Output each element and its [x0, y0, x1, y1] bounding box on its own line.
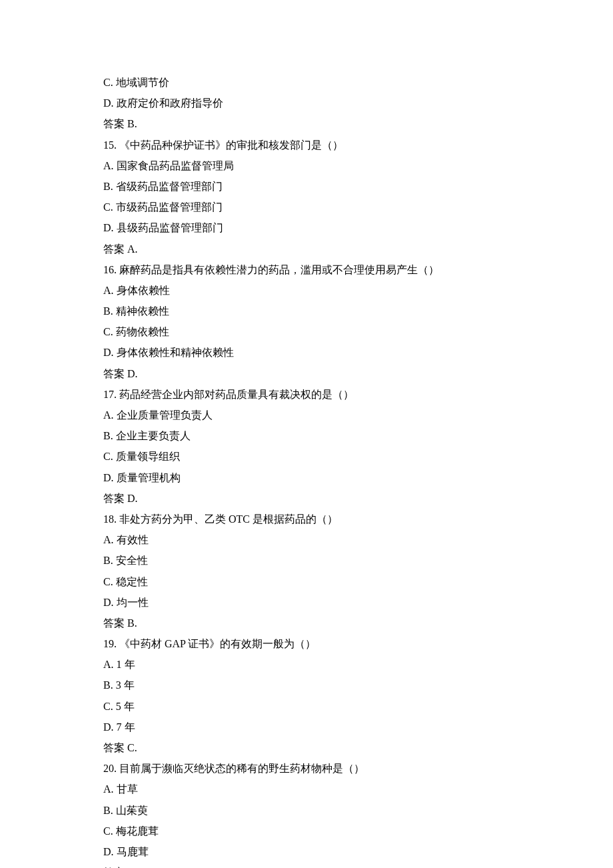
question-19-stem: 19. 《中药材 GAP 证书》的有效期一般为（）	[103, 633, 513, 654]
question-16-option-a: A. 身体依赖性	[103, 280, 513, 301]
question-19-option-a: A. 1 年	[103, 654, 513, 675]
question-15-option-d: D. 县级药品监督管理部门	[103, 217, 513, 238]
question-17-stem: 17. 药品经营企业内部对药品质量具有裁决权的是（）	[103, 384, 513, 405]
answer-16: 答案 D.	[103, 363, 513, 384]
option-c: C. 地域调节价	[103, 72, 513, 93]
question-17-option-d: D. 质量管理机构	[103, 467, 513, 488]
question-19-option-b: B. 3 年	[103, 675, 513, 695]
question-18-option-b: B. 安全性	[103, 550, 513, 571]
question-19-option-d: D. 7 年	[103, 717, 513, 737]
question-15-stem: 15. 《中药品种保护证书》的审批和核发部门是（）	[103, 135, 513, 155]
question-16-option-d: D. 身体依赖性和精神依赖性	[103, 342, 513, 363]
question-18-option-c: C. 稳定性	[103, 571, 513, 592]
question-20-stem: 20. 目前属于濒临灭绝状态的稀有的野生药材物种是（）	[103, 758, 513, 779]
question-15-option-b: B. 省级药品监督管理部门	[103, 176, 513, 197]
question-17-option-b: B. 企业主要负责人	[103, 425, 513, 446]
question-20-option-d: D. 马鹿茸	[103, 841, 513, 862]
question-16-stem: 16. 麻醉药品是指具有依赖性潜力的药品，滥用或不合理使用易产生（）	[103, 259, 513, 280]
question-20-option-c: C. 梅花鹿茸	[103, 821, 513, 841]
question-18-option-a: A. 有效性	[103, 529, 513, 550]
answer-19: 答案 C.	[103, 737, 513, 758]
answer-20: 答案 C.	[103, 862, 513, 868]
question-17-option-a: A. 企业质量管理负责人	[103, 405, 513, 425]
question-17-option-c: C. 质量领导组织	[103, 446, 513, 467]
answer-14: 答案 B.	[103, 113, 513, 134]
answer-17: 答案 D.	[103, 488, 513, 509]
question-15-option-c: C. 市级药品监督管理部门	[103, 197, 513, 217]
option-d: D. 政府定价和政府指导价	[103, 93, 513, 113]
answer-15: 答案 A.	[103, 239, 513, 259]
question-20-option-a: A. 甘草	[103, 779, 513, 799]
question-18-stem: 18. 非处方药分为甲、乙类 OTC 是根据药品的（）	[103, 509, 513, 529]
question-16-option-b: B. 精神依赖性	[103, 301, 513, 321]
question-19-option-c: C. 5 年	[103, 696, 513, 717]
question-18-option-d: D. 均一性	[103, 592, 513, 613]
question-15-option-a: A. 国家食品药品监督管理局	[103, 155, 513, 176]
document-page: C. 地域调节价 D. 政府定价和政府指导价 答案 B. 15. 《中药品种保护…	[0, 0, 613, 868]
question-16-option-c: C. 药物依赖性	[103, 321, 513, 342]
answer-18: 答案 B.	[103, 613, 513, 633]
question-20-option-b: B. 山茱萸	[103, 800, 513, 821]
